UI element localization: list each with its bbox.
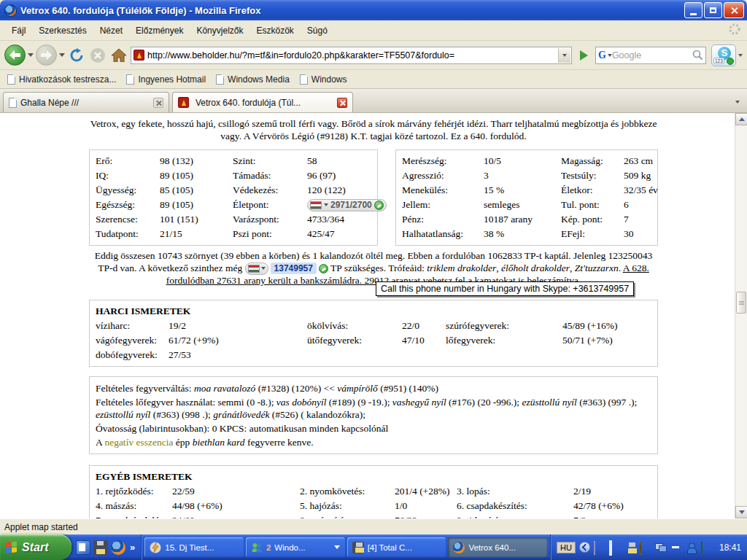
url-history-dropdown[interactable]: [558, 48, 570, 63]
taskbar-button-messenger-group[interactable]: 2 Windo...: [246, 537, 345, 557]
stat-label: Védekezés:: [233, 184, 307, 196]
hungary-flag-icon: [310, 201, 322, 209]
weapon-switch-text: Feltételes fegyverváltás: moa ravatalozó…: [96, 382, 651, 394]
stat-value: 263 cm: [624, 155, 653, 167]
tab-close-icon[interactable]: [337, 98, 347, 108]
search-icon[interactable]: [692, 50, 703, 61]
vertical-scrollbar[interactable]: [735, 113, 747, 518]
skype-number-highlight[interactable]: 13749957: [245, 262, 328, 275]
stat-value: 76/23: [395, 515, 457, 518]
network-tray-icon[interactable]: [655, 542, 667, 553]
update-tray-icon[interactable]: [701, 542, 713, 553]
search-bar[interactable]: G Google: [595, 47, 706, 64]
list-all-tabs-button[interactable]: [731, 95, 744, 109]
skype-extension-button[interactable]: S 123: [711, 44, 736, 66]
back-button[interactable]: [4, 44, 26, 66]
close-button[interactable]: [724, 2, 744, 18]
menu-tools[interactable]: Eszközök: [250, 23, 299, 38]
skype-flag-dropdown[interactable]: [324, 203, 328, 206]
text-segment: Feltételes fegyverváltás:: [96, 383, 194, 394]
stat-value: 10187 arany: [484, 214, 561, 225]
messenger-tray-icon[interactable]: [686, 542, 697, 553]
back-history-dropdown[interactable]: [28, 53, 34, 57]
scrollbar-thumb[interactable]: [736, 292, 746, 314]
menu-history[interactable]: Előzmények: [130, 23, 189, 38]
skype-number: 2971/2700: [330, 200, 372, 210]
url-input[interactable]: http://www.beholder.hu/?m=tf&in=fordulo2…: [147, 50, 558, 61]
menu-view[interactable]: Nézet: [94, 23, 128, 38]
search-input[interactable]: Google: [612, 50, 692, 61]
start-button[interactable]: Start: [0, 534, 71, 560]
stat-value: 24/60: [172, 515, 300, 518]
stat-value: 42/78 (+6%): [573, 500, 651, 512]
restore-button[interactable]: [704, 2, 722, 18]
reload-button[interactable]: [67, 46, 86, 65]
home-icon: [112, 49, 126, 62]
show-desktop-icon[interactable]: [76, 540, 90, 555]
section-title: EGYÉB ISMERETEK: [96, 470, 651, 484]
stop-button[interactable]: [88, 46, 107, 65]
url-bar[interactable]: http://www.beholder.hu/?m=tf&in=fordulo2…: [131, 47, 572, 64]
taskbar-button-total-commander[interactable]: [4] Total C...: [347, 537, 446, 557]
app-window-tray-icon[interactable]: [609, 542, 621, 553]
stat-label: Merészség:: [402, 155, 484, 167]
language-indicator[interactable]: HU: [557, 542, 576, 553]
no-entry-tray-icon[interactable]: [670, 542, 682, 553]
taskbar-button-label: Windo...: [274, 543, 330, 552]
arrow-up-icon: [739, 117, 745, 121]
stat-value: 7/8: [573, 515, 651, 518]
window-titlebar[interactable]: Vetrox 640. fordulója (Túlélők Földje) -…: [0, 0, 747, 20]
tab-favicon: [178, 97, 189, 108]
floppy-tray-icon[interactable]: [624, 542, 636, 553]
go-button[interactable]: [574, 46, 593, 65]
stat-label: 8. gyógyítás:: [300, 515, 395, 518]
stat-value: 2971/2700: [307, 198, 387, 211]
bookmark-item[interactable]: Windows Media: [216, 74, 290, 85]
menu-file[interactable]: Fájl: [6, 23, 31, 38]
navigation-toolbar: http://www.beholder.hu/?m=tf&in=fordulo2…: [0, 41, 747, 70]
bookmark-label: Ingyenes Hotmail: [138, 74, 206, 85]
tab-vetrox-fordulo[interactable]: Vetrox 640. fordulója (Túl...: [172, 92, 353, 112]
activity-throbber-icon: [728, 23, 741, 39]
total-commander-icon[interactable]: [93, 540, 108, 555]
forward-history-dropdown[interactable]: [59, 53, 65, 57]
text-segment: (#363) (997 .);: [577, 397, 637, 408]
text-segment[interactable]: negatív esszencia: [104, 437, 173, 448]
home-button[interactable]: [109, 46, 128, 65]
stat-label: Életpont:: [233, 199, 307, 211]
quick-launch-overflow[interactable]: »: [128, 542, 136, 553]
conditional-settings-section: Feltételes fegyverváltás: moa ravatalozó…: [89, 376, 658, 454]
tray-collapse-chevron[interactable]: [579, 542, 590, 553]
minimize-button[interactable]: [684, 2, 703, 18]
skype-flag-dropdown[interactable]: [261, 267, 266, 270]
scroll-up-button[interactable]: [735, 113, 747, 125]
firefox-icon[interactable]: [111, 540, 125, 555]
bookmark-item[interactable]: Windows: [300, 74, 347, 85]
group-dropdown-icon[interactable]: [334, 545, 340, 549]
skype-call-icon[interactable]: [374, 201, 384, 210]
globe-tray-icon[interactable]: [640, 542, 651, 553]
menu-edit[interactable]: Szerkesztés: [33, 23, 92, 38]
menu-help[interactable]: Súgó: [301, 23, 333, 38]
skype-dropdown[interactable]: [738, 54, 743, 57]
skype-number-highlight[interactable]: 2971/2700: [307, 199, 387, 211]
java-tray-icon[interactable]: [594, 542, 605, 553]
tab-ghalla-nepe[interactable]: Ghalla Népe ///: [3, 92, 169, 112]
skype-call-icon[interactable]: [319, 264, 328, 273]
stat-row: Menekülés:15 %Életkor:32/35 év: [402, 183, 651, 198]
tab-close-icon[interactable]: [153, 98, 163, 108]
scroll-down-button[interactable]: [735, 506, 747, 518]
desktop: { "window": { "title": "Vetrox 640. ford…: [0, 0, 747, 560]
taskbar-button-winamp[interactable]: 15. Dj Tiest...: [144, 537, 244, 557]
taskbar-button-label: [4] Total C...: [368, 543, 441, 552]
bookmark-item[interactable]: Ingyenes Hotmail: [126, 74, 206, 85]
forward-button[interactable]: [36, 44, 57, 66]
text-segment: ezüsttollú nyíl: [96, 409, 150, 420]
menu-bookmarks[interactable]: Könyvjelzők: [190, 23, 249, 38]
stat-label: szúrófegyverek:: [446, 320, 562, 332]
bookmark-page-icon: [216, 74, 224, 85]
stat-value: 61/72 (+9%): [169, 335, 307, 346]
bookmark-item[interactable]: Hivatkozások testresza...: [7, 74, 116, 85]
taskbar-button-firefox-active[interactable]: Vetrox 640...: [448, 537, 547, 557]
text-segment: Zt'tuzzarxn: [575, 262, 619, 273]
